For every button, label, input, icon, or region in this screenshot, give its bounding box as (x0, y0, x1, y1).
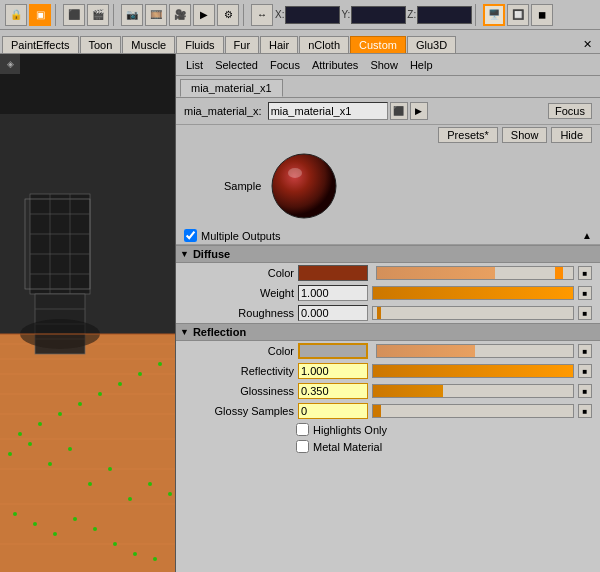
svg-point-15 (98, 392, 102, 396)
tool-icon-4[interactable]: 🎞️ (145, 4, 167, 26)
reflection-section-header[interactable]: ▼ Reflection (176, 323, 600, 341)
reflection-color-map[interactable]: ■ (578, 344, 592, 358)
shelf-close-btn[interactable]: ✕ (577, 36, 598, 53)
shelf-tab-hair[interactable]: Hair (260, 36, 298, 53)
attrs-scroll[interactable]: Multiple Outputs ▲ ▼ Diffuse Color ■ (176, 227, 600, 572)
diffuse-roughness-slider[interactable] (372, 306, 574, 320)
reflection-arrow: ▼ (180, 327, 189, 337)
metal-material-checkbox[interactable] (296, 440, 309, 453)
highlights-only-checkbox[interactable] (296, 423, 309, 436)
y-label: Y: (341, 9, 350, 20)
diffuse-weight-input[interactable] (298, 285, 368, 301)
svg-point-32 (93, 527, 97, 531)
tool-icon-8[interactable]: ↔ (251, 4, 273, 26)
shelf-tab-fur[interactable]: Fur (225, 36, 260, 53)
diffuse-weight-slider[interactable] (372, 286, 574, 300)
roughness-handle (377, 307, 381, 319)
tool-icon-6[interactable]: ▶ (193, 4, 215, 26)
reflection-title: Reflection (193, 326, 246, 338)
shelf-tab-ncloth[interactable]: nCloth (299, 36, 349, 53)
reflectivity-map[interactable]: ■ (578, 364, 592, 378)
shelf-tab-fluids[interactable]: Fluids (176, 36, 223, 53)
diffuse-color-slider[interactable] (376, 266, 574, 280)
diffuse-color-label: Color (184, 267, 294, 279)
shelf-tab-toon[interactable]: Toon (80, 36, 122, 53)
tool-icon-3[interactable]: 📷 (121, 4, 143, 26)
diffuse-roughness-map[interactable]: ■ (578, 306, 592, 320)
svg-point-19 (8, 452, 12, 456)
glossiness-input[interactable] (298, 383, 368, 399)
render-icon-3[interactable]: ◼ (531, 4, 553, 26)
menu-focus[interactable]: Focus (264, 57, 306, 73)
attr-menu-bar: List Selected Focus Attributes Show Help (176, 54, 600, 76)
tool-icon-2[interactable]: 🎬 (87, 4, 109, 26)
material-tab[interactable]: mia_material_x1 (180, 79, 283, 97)
svg-point-18 (158, 362, 162, 366)
collapse-btn[interactable]: ▲ (582, 230, 592, 241)
glossiness-slider[interactable] (372, 384, 574, 398)
diffuse-arrow: ▼ (180, 249, 189, 259)
tool-icon-5[interactable]: 🎥 (169, 4, 191, 26)
multiple-outputs-checkbox[interactable] (184, 229, 197, 242)
reflection-color-slider[interactable] (376, 344, 574, 358)
diffuse-color-swatch[interactable] (298, 265, 368, 281)
lock-icon[interactable]: 🔒 (5, 4, 27, 26)
glossy-samples-label: Glossy Samples (184, 405, 294, 417)
reflection-color-swatch[interactable] (298, 343, 368, 359)
tool-icon-1[interactable]: ⬛ (63, 4, 85, 26)
focus-button[interactable]: Focus (548, 103, 592, 119)
main-toolbar: 🔒 ▣ ⬛ 🎬 📷 🎞️ 🎥 ▶ ⚙ ↔ X: Y: Z: 🖥️ 🔲 ◼ (0, 0, 600, 30)
svg-point-29 (33, 522, 37, 526)
highlights-only-label: Highlights Only (313, 424, 387, 436)
reflection-color-label: Color (184, 345, 294, 357)
reflectivity-input[interactable] (298, 363, 368, 379)
icon-btn-1[interactable]: ⬛ (390, 102, 408, 120)
svg-point-52 (288, 168, 302, 178)
menu-list[interactable]: List (180, 57, 209, 73)
diffuse-color-handle[interactable] (555, 267, 563, 279)
menu-attributes[interactable]: Attributes (306, 57, 364, 73)
glossy-samples-map[interactable]: ■ (578, 404, 592, 418)
glossy-handle (377, 405, 381, 417)
viewport[interactable]: ◈ (0, 54, 176, 572)
render-icon[interactable]: 🖥️ (483, 4, 505, 26)
diffuse-roughness-input[interactable] (298, 305, 368, 321)
diffuse-roughness-row: Roughness ■ (176, 303, 600, 323)
diffuse-weight-row: Weight ■ (176, 283, 600, 303)
tool-icon-7[interactable]: ⚙ (217, 4, 239, 26)
diffuse-roughness-label: Roughness (184, 307, 294, 319)
x-input[interactable] (285, 6, 340, 24)
presets-button[interactable]: Presets* (438, 127, 498, 143)
y-input[interactable] (351, 6, 406, 24)
glossy-samples-input[interactable] (298, 403, 368, 419)
multiple-outputs-row: Multiple Outputs ▲ (176, 227, 600, 245)
svg-point-34 (133, 552, 137, 556)
icon-btn-2[interactable]: ▶ (410, 102, 428, 120)
active-tool-icon[interactable]: ▣ (29, 4, 51, 26)
shelf-tab-custom[interactable]: Custom (350, 36, 406, 53)
shelf-tab-glu3d[interactable]: Glu3D (407, 36, 456, 53)
attr-tab-bar: mia_material_x1 (176, 76, 600, 98)
sample-label: Sample (224, 180, 261, 192)
glossy-samples-slider[interactable] (372, 404, 574, 418)
z-input[interactable] (417, 6, 472, 24)
diffuse-color-map[interactable]: ■ (578, 266, 592, 280)
diffuse-weight-map[interactable]: ■ (578, 286, 592, 300)
show-button[interactable]: Show (502, 127, 548, 143)
menu-help[interactable]: Help (404, 57, 439, 73)
menu-show[interactable]: Show (364, 57, 404, 73)
menu-selected[interactable]: Selected (209, 57, 264, 73)
svg-point-26 (148, 482, 152, 486)
attribute-editor: List Selected Focus Attributes Show Help… (176, 54, 600, 572)
x-label: X: (275, 9, 284, 20)
reflectivity-slider[interactable] (372, 364, 574, 378)
hide-button[interactable]: Hide (551, 127, 592, 143)
diffuse-section-header[interactable]: ▼ Diffuse (176, 245, 600, 263)
svg-point-33 (113, 542, 117, 546)
multiple-outputs-checkbox-label[interactable]: Multiple Outputs (184, 229, 280, 242)
shelf-tab-painteffects[interactable]: PaintEffects (2, 36, 79, 53)
glossiness-map[interactable]: ■ (578, 384, 592, 398)
render-icon-2[interactable]: 🔲 (507, 4, 529, 26)
shelf-tab-muscle[interactable]: Muscle (122, 36, 175, 53)
material-name-input[interactable] (268, 102, 388, 120)
